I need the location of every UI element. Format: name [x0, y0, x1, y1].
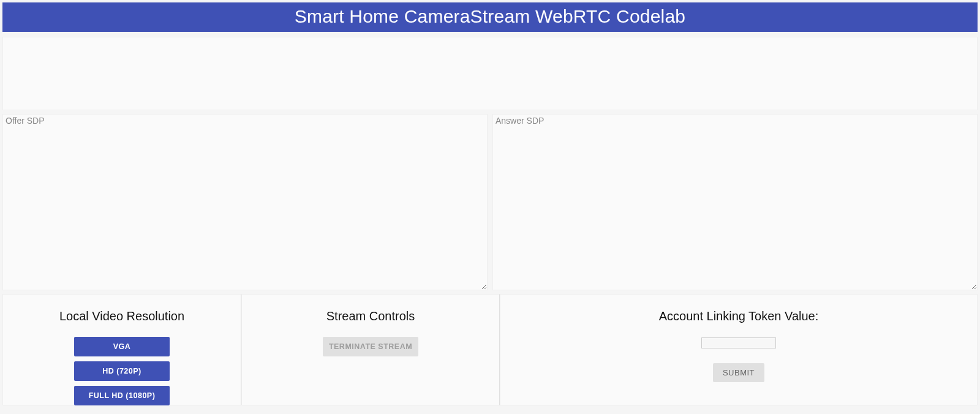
- resolution-panel: Local Video Resolution VGA HD (720P) FUL…: [2, 294, 241, 405]
- controls-row: Local Video Resolution VGA HD (720P) FUL…: [2, 294, 978, 405]
- page-header: Smart Home CameraStream WebRTC Codelab: [2, 2, 978, 32]
- submit-button[interactable]: SUBMIT: [713, 363, 764, 382]
- token-input[interactable]: [701, 337, 776, 348]
- answer-sdp-textarea[interactable]: [492, 114, 978, 290]
- page-title: Smart Home CameraStream WebRTC Codelab: [2, 6, 978, 27]
- stream-controls-title: Stream Controls: [242, 309, 499, 323]
- video-area: [2, 37, 978, 110]
- account-linking-panel: Account Linking Token Value: SUBMIT: [500, 294, 978, 405]
- full-hd-1080p-button[interactable]: FULL HD (1080P): [74, 386, 170, 405]
- sdp-row: [2, 114, 978, 290]
- vga-button[interactable]: VGA: [74, 337, 170, 356]
- offer-sdp-textarea[interactable]: [2, 114, 488, 290]
- hd-720p-button[interactable]: HD (720P): [74, 361, 170, 381]
- resolution-title: Local Video Resolution: [3, 309, 241, 323]
- account-linking-title: Account Linking Token Value:: [500, 309, 977, 323]
- stream-controls-panel: Stream Controls TERMINATE STREAM: [241, 294, 500, 405]
- terminate-stream-button[interactable]: TERMINATE STREAM: [323, 337, 418, 356]
